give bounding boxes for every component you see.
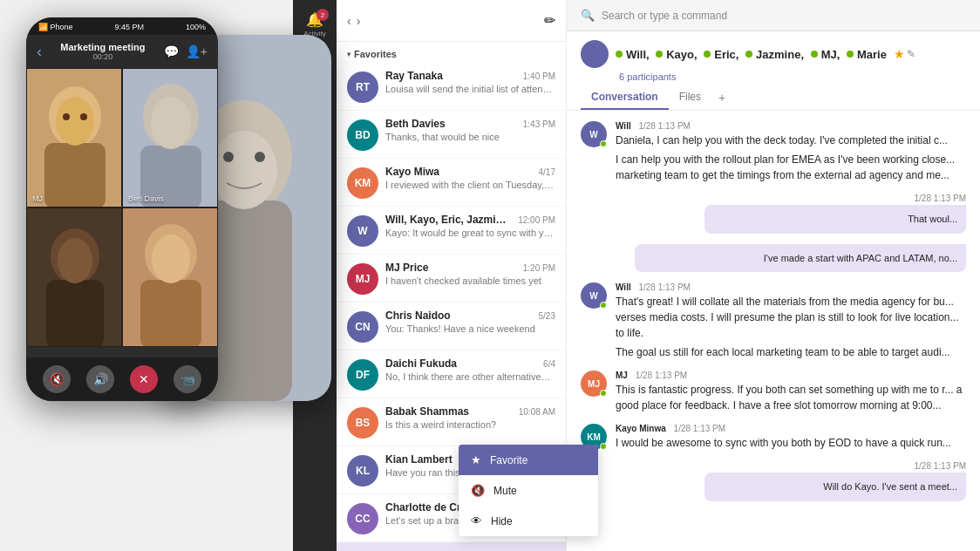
favorites-text: Favorites (354, 49, 397, 59)
mj-silhouette (27, 69, 122, 207)
call-cell-mj: MJ (26, 68, 122, 207)
video-button[interactable]: 📹 (174, 365, 201, 393)
person4-silhouette (123, 208, 218, 347)
speaker-button[interactable]: 🔊 (86, 365, 114, 393)
context-menu-item-hide[interactable]: 👁 Hide (459, 506, 598, 536)
tab-files[interactable]: Files (669, 85, 711, 110)
online-dot-kayo (600, 443, 607, 450)
msg-meta-mj: MJ 1/28 1:13 PM (616, 371, 966, 380)
chat-list-header: ‹ › ✏ (337, 0, 566, 42)
tab-conversation[interactable]: Conversation (581, 85, 669, 110)
chat-preview-babak: Is this a weird interaction? (385, 419, 555, 430)
message-row-will2: W Will 1/28 1:13 PM That's great! I will… (581, 282, 966, 360)
context-menu-item-mute[interactable]: 🔇 Mute (459, 475, 598, 506)
message-row-sent: 1/28 1:13 PM That woul... (581, 194, 966, 234)
ben-call-name: Ben Davis (128, 194, 164, 203)
phone-battery: 100% (186, 23, 206, 31)
person3-silhouette (27, 208, 122, 347)
edit-chat-button[interactable]: ✏ (544, 12, 555, 29)
chat-time-will-group: 12:00 PM (518, 215, 555, 225)
add-tab-button[interactable]: + (711, 85, 732, 110)
search-box[interactable]: 🔍 Search or type a command (581, 9, 966, 22)
msg-content-sent2: I've made a start with APAC and LATAM, n… (635, 244, 966, 273)
chat-name-row-mj: MJ Price1:20 PM (385, 262, 555, 274)
context-menu-item-favorite[interactable]: ★ Favorite (459, 445, 598, 475)
msg-sender-will2: Will (616, 282, 631, 292)
jazmine-status-dot (745, 51, 752, 58)
chat-item-marie[interactable]: MBMarie BeaudouinSound good?⋯ (337, 542, 566, 551)
add-person-icon[interactable]: 👤+ (186, 44, 208, 58)
jazmine-name: Jazmine, (756, 48, 804, 61)
favorite-label: Favorite (490, 454, 527, 466)
phone-signal: 📶 Phone (38, 23, 73, 31)
marie-status-dot (847, 51, 854, 58)
message-row-sent2: I've made a start with APAC and LATAM, n… (581, 244, 966, 273)
participants-names: Will, Kayo, Eric, Jazmine, MJ, Marie ★ ✎ (616, 47, 915, 61)
favorites-section-label: ▾ Favorites (337, 42, 566, 63)
sent-msg-bubble3: Will do Kayo. I've sent a meet... (704, 473, 966, 501)
msg-meta-kayo: Kayo Minwa 1/28 1:13 PM (616, 424, 966, 433)
chat-item-will-group[interactable]: WWill, Kayo, Eric, Jazmine, +212:00 PMKa… (337, 207, 566, 255)
chat-info-daichi: Daichi Fukuda6/4No, I think there are ot… (385, 357, 555, 382)
chat-item-kayo[interactable]: KMKayo Miwa4/17I reviewed with the clien… (337, 159, 566, 207)
main-chat-panel: 🔍 Search or type a command Will, Kayo, E… (567, 0, 980, 551)
chat-item-beth[interactable]: BDBeth Davies1:43 PMThanks, that would b… (337, 111, 566, 159)
chat-preview-mj: I haven't checked available times yet (385, 276, 555, 286)
chat-item-daichi[interactable]: DFDaichi Fukuda6/4No, I think there are … (337, 350, 566, 398)
mj-status-dot (811, 51, 818, 58)
mj-name-header: MJ, (821, 48, 840, 61)
chat-name-row-will-group: Will, Kayo, Eric, Jazmine, +212:00 PM (385, 214, 555, 226)
msg-time: 1/28 1:13 PM (638, 121, 690, 131)
phone-call-duration: 00:20 (42, 52, 164, 61)
chat-name-text-chris: Chris Naidoo (385, 310, 451, 322)
chat-item-babak[interactable]: BSBabak Shammas10:08 AMIs this a weird i… (337, 398, 566, 446)
chat-time-kayo: 4/17 (539, 167, 555, 177)
call-cell-ben: Ben Davis (122, 68, 218, 207)
chat-avatar-babak: BS (347, 407, 378, 439)
edit-conversation-icon[interactable]: ✎ (907, 48, 915, 60)
chat-name-row-beth: Beth Davies1:43 PM (385, 118, 555, 130)
phone-time: 9:45 PM (114, 23, 144, 31)
back-arrow[interactable]: ‹ (347, 14, 351, 28)
chat-time-daichi: 6/4 (543, 359, 555, 369)
chat-item-chris[interactable]: CNChris Naidoo5/23You: Thanks! Have a ni… (337, 303, 566, 350)
favorite-icon: ★ (471, 453, 481, 466)
msg-meta: Will 1/28 1:13 PM (616, 121, 966, 131)
favorite-star-icon[interactable]: ★ (894, 47, 905, 61)
chat-name-text-mj: MJ Price (385, 262, 428, 274)
chat-preview-will-group: Kayo: It would be great to sync with you… (385, 228, 555, 238)
participant-count: 6 participants (619, 71, 966, 82)
msg-content-mj: MJ 1/28 1:13 PM This is fantastic progre… (616, 371, 966, 413)
svg-point-10 (63, 113, 70, 120)
forward-arrow[interactable]: › (357, 14, 361, 28)
msg-bubble-mj: This is fantastic progress. If you both … (616, 382, 966, 413)
online-status-dot (600, 140, 607, 147)
activity-badge: 2 (316, 9, 329, 21)
chat-name-row-ray: Ray Tanaka1:40 PM (385, 70, 555, 82)
svg-rect-22 (140, 280, 201, 347)
phone-screen: 📶 Phone 9:45 PM 100% ‹ Marketing meeting… (26, 17, 218, 401)
chat-avatar-ray: RT (347, 71, 378, 103)
chat-time-mj: 1:20 PM (523, 263, 555, 273)
svg-point-3 (211, 131, 277, 209)
chat-bubble-icon[interactable]: 💬 (164, 44, 179, 58)
message-row: W Will 1/28 1:13 PM Daniela, I can help … (581, 121, 966, 183)
msg-content-will2: Will 1/28 1:13 PM That's great! I will c… (616, 282, 966, 360)
chat-item-mj[interactable]: MJMJ Price1:20 PMI haven't checked avail… (337, 255, 566, 303)
phone-header-icons: 💬 👤+ (164, 44, 208, 58)
call-cell-person4 (122, 207, 218, 347)
svg-point-11 (80, 113, 87, 120)
svg-rect-8 (44, 143, 105, 207)
top-search-bar: 🔍 Search or type a command (567, 0, 980, 31)
chat-time-babak: 10:08 AM (519, 407, 555, 417)
chat-item-ray[interactable]: RTRay Tanaka1:40 PMLouisa will send the … (337, 63, 566, 111)
chat-info-chris: Chris Naidoo5/23You: Thanks! Have a nice… (385, 310, 555, 334)
end-call-button[interactable]: ✕ (130, 365, 158, 393)
msg-avatar-mj: MJ (581, 371, 607, 397)
chat-name-text-daichi: Daichi Fukuda (385, 357, 457, 370)
mute-call-button[interactable]: 🔇 (43, 365, 71, 393)
chat-name-row-kayo: Kayo Miwa4/17 (385, 166, 555, 178)
participants-row: Will, Kayo, Eric, Jazmine, MJ, Marie ★ ✎ (581, 40, 966, 68)
eric-name: Eric, (714, 48, 738, 61)
svg-point-19 (58, 238, 92, 283)
